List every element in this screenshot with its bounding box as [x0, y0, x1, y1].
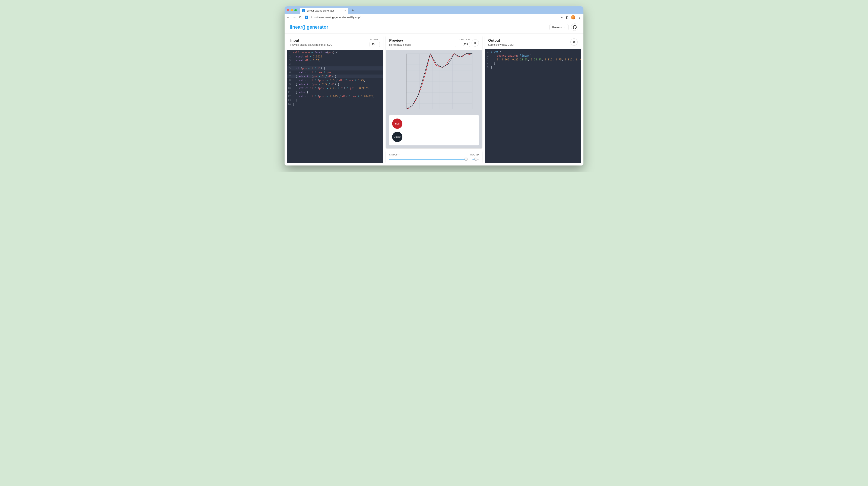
output-subtitle: Some shiny new CSS!: [488, 43, 514, 46]
minimize-window-button[interactable]: [290, 9, 293, 11]
output-code-view[interactable]: 1:root {2 --bounce-easing: linear(3 0, 0…: [485, 49, 581, 163]
input-panel: Input Provide easing as JavaScript or SV…: [287, 36, 383, 163]
close-window-button[interactable]: [287, 9, 289, 11]
svg-rect-27: [573, 41, 575, 43]
preview-subtitle: Here's how it looks:: [389, 43, 411, 46]
maximize-window-button[interactable]: [294, 9, 297, 11]
presets-dropdown[interactable]: Presets ⌄: [550, 24, 568, 30]
output-panel: Output Some shiny new CSS! 1:root {2 --b…: [485, 36, 581, 163]
app-title: linear() generator: [290, 24, 328, 30]
close-tab-button[interactable]: ×: [344, 9, 346, 12]
titlebar: / Linear easing generator × + ⌄: [285, 6, 583, 14]
easing-chart: [388, 52, 480, 113]
new-tab-button[interactable]: +: [351, 8, 354, 13]
duration-label: DURATION: [458, 38, 470, 41]
browser-tab[interactable]: / Linear easing generator ×: [300, 8, 348, 14]
simplify-label: SIMPLIFY: [389, 154, 400, 156]
github-link[interactable]: [571, 24, 578, 31]
back-button[interactable]: ←: [287, 16, 290, 19]
profile-avatar[interactable]: [571, 15, 575, 20]
browser-window: / Linear easing generator × + ⌄ ← → ⟳ / …: [285, 6, 583, 165]
pause-button[interactable]: [472, 39, 479, 47]
extensions-icon[interactable]: ✦: [561, 16, 563, 19]
tab-title: Linear easing generator: [307, 9, 334, 12]
duration-input[interactable]: [455, 42, 470, 47]
svg-rect-0: [474, 42, 475, 44]
forward-button[interactable]: →: [293, 16, 296, 19]
tab-list-button[interactable]: ⌄: [579, 9, 581, 12]
svg-rect-26: [574, 41, 575, 43]
chevron-down-icon: ⌄: [563, 26, 566, 29]
round-label: ROUND: [470, 154, 478, 156]
copy-button[interactable]: [570, 38, 578, 46]
reload-button[interactable]: ⟳: [299, 16, 302, 19]
format-label: FORMAT: [370, 38, 380, 41]
preview-body: Input Output: [386, 50, 482, 148]
output-title: Output: [488, 38, 514, 43]
copy-icon: [572, 40, 576, 43]
simplify-slider[interactable]: [389, 158, 466, 160]
input-ball: Input: [392, 119, 402, 129]
input-subtitle: Provide easing as JavaScript or SVG: [290, 43, 332, 46]
output-ball: Output: [392, 132, 402, 142]
chevron-down-icon: ⌄: [376, 43, 378, 46]
format-select[interactable]: JS ⌄: [370, 42, 380, 47]
github-icon: [573, 25, 577, 29]
animation-card: Input Output: [389, 115, 479, 145]
round-slider[interactable]: [472, 158, 479, 160]
url-text: https://linear-easing-generator.netlify.…: [310, 16, 360, 19]
omnibox[interactable]: / https://linear-easing-generator.netlif…: [305, 16, 558, 19]
svg-rect-1: [475, 42, 476, 44]
menu-button[interactable]: ⋮: [578, 15, 581, 19]
input-title: Input: [290, 38, 332, 43]
app-header: linear() generator Presets ⌄: [285, 21, 583, 33]
window-controls: [287, 9, 297, 11]
preview-panel: Preview Here's how it looks: DURATION: [385, 36, 482, 149]
pause-icon: [474, 41, 477, 44]
format-value: JS: [371, 43, 374, 46]
address-bar: ← → ⟳ / https://linear-easing-generator.…: [285, 14, 583, 21]
preview-title: Preview: [389, 38, 411, 43]
site-icon: /: [305, 16, 308, 19]
sliders-panel: SIMPLIFY ROUND: [385, 151, 482, 163]
input-code-editor[interactable]: 1self.bounce = function(pos) {2 const n1…: [287, 50, 383, 163]
favicon-icon: /: [302, 9, 305, 12]
toolbar-icons: ✦ ◧ ⋮: [561, 15, 581, 20]
sidepanel-icon[interactable]: ◧: [566, 16, 568, 19]
presets-label: Presets: [552, 26, 562, 29]
main-grid: Input Provide easing as JavaScript or SV…: [285, 33, 583, 165]
